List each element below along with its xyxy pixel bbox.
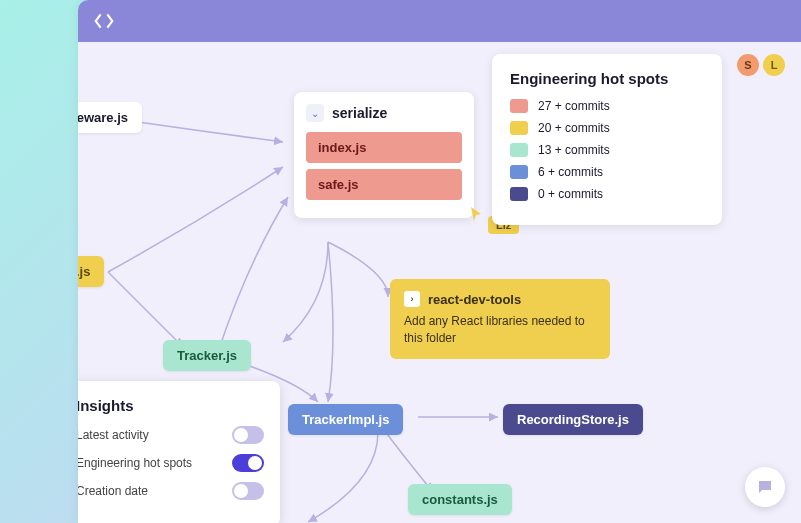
legend-swatch	[510, 121, 528, 135]
cursor-icon	[470, 206, 484, 222]
legend-swatch	[510, 187, 528, 201]
chat-button[interactable]	[745, 467, 785, 507]
toggle-switch[interactable]	[232, 454, 264, 472]
legend-label: 0 + commits	[538, 187, 603, 201]
node-middleware[interactable]: middleware.js	[78, 102, 142, 133]
collaborator-avatars: S L	[737, 54, 785, 76]
node-index-root[interactable]: index.js	[78, 256, 104, 287]
insights-row: Engineering hot spots	[78, 454, 264, 472]
toggle-knob	[234, 428, 248, 442]
legend-swatch	[510, 99, 528, 113]
node-recording-store[interactable]: RecordingStore.js	[503, 404, 643, 435]
serialize-title: serialize	[332, 105, 387, 121]
toggle-knob	[248, 456, 262, 470]
legend-label: 6 + commits	[538, 165, 603, 179]
legend-row: 20 + commits	[510, 121, 704, 135]
note-card[interactable]: › react-dev-tools Add any React librarie…	[390, 279, 610, 359]
chat-icon	[756, 478, 774, 496]
node-constants[interactable]: constants.js	[408, 484, 512, 515]
avatar[interactable]: L	[763, 54, 785, 76]
legend-panel: Engineering hot spots 27 + commits20 + c…	[492, 54, 722, 225]
app-logo-icon	[94, 11, 114, 31]
legend-label: 13 + commits	[538, 143, 610, 157]
legend-row: 6 + commits	[510, 165, 704, 179]
toggle-switch[interactable]	[232, 482, 264, 500]
serialize-item[interactable]: safe.js	[306, 169, 462, 200]
insights-title: Insights	[78, 397, 264, 414]
insights-label: Creation date	[78, 484, 148, 498]
toggle-knob	[234, 484, 248, 498]
legend-label: 27 + commits	[538, 99, 610, 113]
serialize-item[interactable]: index.js	[306, 132, 462, 163]
insights-row: Creation date	[78, 482, 264, 500]
legend-row: 27 + commits	[510, 99, 704, 113]
legend-row: 0 + commits	[510, 187, 704, 201]
legend-row: 13 + commits	[510, 143, 704, 157]
avatar[interactable]: S	[737, 54, 759, 76]
node-tracker-impl[interactable]: TrackerImpl.js	[288, 404, 403, 435]
legend-title: Engineering hot spots	[510, 70, 704, 87]
toggle-switch[interactable]	[232, 426, 264, 444]
insights-panel: Insights Latest activityEngineering hot …	[78, 381, 280, 523]
note-title: react-dev-tools	[428, 292, 521, 307]
insights-row: Latest activity	[78, 426, 264, 444]
diagram-canvas[interactable]: S L middleware.js index.js Tracker.js Tr…	[78, 42, 801, 523]
legend-swatch	[510, 165, 528, 179]
insights-label: Latest activity	[78, 428, 149, 442]
note-body: Add any React libraries needed to this f…	[404, 313, 596, 347]
node-tracker[interactable]: Tracker.js	[163, 340, 251, 371]
chevron-down-icon[interactable]: ⌄	[306, 104, 324, 122]
chevron-right-icon[interactable]: ›	[404, 291, 420, 307]
legend-label: 20 + commits	[538, 121, 610, 135]
titlebar	[78, 0, 801, 42]
app-window: S L middleware.js index.js Tracker.js Tr…	[78, 0, 801, 523]
legend-swatch	[510, 143, 528, 157]
insights-label: Engineering hot spots	[78, 456, 192, 470]
serialize-folder[interactable]: ⌄ serialize index.js safe.js	[294, 92, 474, 218]
